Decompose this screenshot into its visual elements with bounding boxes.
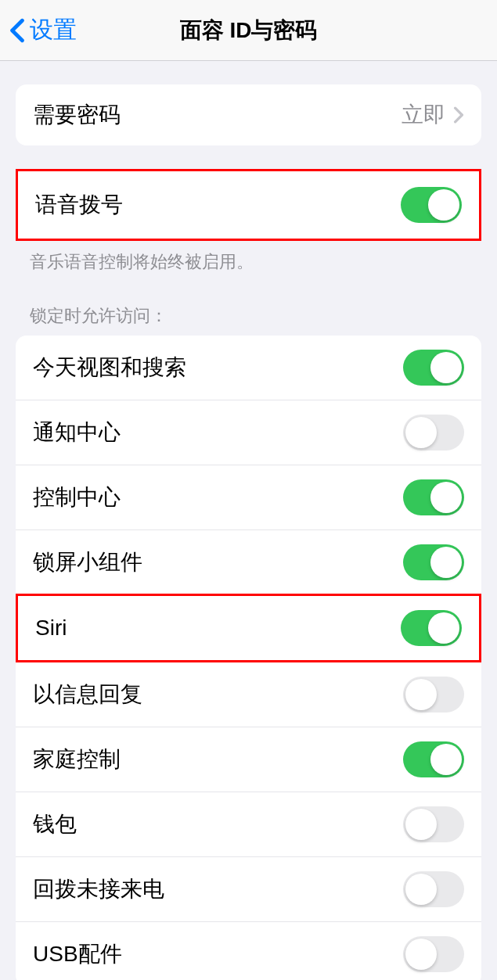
lock-widgets-toggle[interactable] [403,544,464,580]
voice-dial-label: 语音拨号 [35,190,123,220]
notification-center-row: 通知中心 [16,400,481,465]
siri-label: Siri [35,616,67,641]
lock-access-header: 锁定时允许访问： [0,275,497,336]
require-passcode-value: 立即 [402,100,464,130]
toggle-knob [430,352,462,383]
notification-center-toggle[interactable] [403,415,464,451]
usb-accessories-label: USB配件 [33,939,122,969]
reply-message-toggle[interactable] [403,677,464,713]
siri-toggle[interactable] [401,610,462,646]
usb-accessories-toggle[interactable] [403,936,464,972]
wallet-toggle[interactable] [403,806,464,842]
callback-toggle[interactable] [403,871,464,907]
today-view-label: 今天视图和搜索 [33,353,186,382]
toggle-knob [430,744,462,775]
toggle-knob [430,547,462,578]
voice-dial-row: 语音拨号 [18,171,479,239]
notification-center-label: 通知中心 [33,418,121,447]
today-view-row: 今天视图和搜索 [16,336,481,400]
lock-access-group: 今天视图和搜索 通知中心 控制中心 锁屏小组件 Siri [16,336,481,980]
today-view-toggle[interactable] [403,350,464,386]
require-passcode-value-text: 立即 [402,100,445,130]
reply-message-label: 以信息回复 [33,680,142,709]
control-center-label: 控制中心 [33,483,121,512]
navigation-header: 设置 面容 ID与密码 [0,0,497,61]
wallet-row: 钱包 [16,792,481,856]
siri-row: Siri [16,594,481,662]
chevron-left-icon [9,18,25,43]
toggle-knob [430,482,462,513]
home-control-row: 家庭控制 [16,727,481,792]
callback-label: 回拨未接来电 [33,874,164,904]
control-center-toggle[interactable] [403,479,464,515]
toggle-knob [428,189,459,221]
toggle-knob [405,417,437,448]
home-control-toggle[interactable] [403,741,464,777]
require-passcode-row[interactable]: 需要密码 立即 [16,84,481,145]
back-label: 设置 [30,14,77,46]
home-control-label: 家庭控制 [33,745,121,774]
toggle-knob [405,939,437,970]
callback-row: 回拨未接来电 [16,856,481,921]
toggle-knob [405,874,437,905]
voice-dial-group: 语音拨号 [16,169,481,241]
lock-widgets-label: 锁屏小组件 [33,547,142,577]
require-passcode-label: 需要密码 [33,100,121,130]
reply-message-row: 以信息回复 [16,662,481,727]
page-title: 面容 ID与密码 [180,16,318,45]
chevron-right-icon [453,106,464,124]
settings-content: 需要密码 立即 语音拨号 音乐语音控制将始终被启用。 锁定时允许访问： [0,84,497,980]
back-button[interactable]: 设置 [0,14,77,46]
control-center-row: 控制中心 [16,465,481,529]
wallet-label: 钱包 [33,809,77,839]
usb-accessories-row: USB配件 [16,921,481,980]
voice-dial-footer: 音乐语音控制将始终被启用。 [0,241,497,275]
voice-dial-toggle[interactable] [401,187,462,223]
toggle-knob [405,679,437,710]
lock-widgets-row: 锁屏小组件 [16,529,481,594]
toggle-knob [428,612,459,644]
passcode-requirement-group: 需要密码 立即 [16,84,481,145]
toggle-knob [405,809,437,840]
